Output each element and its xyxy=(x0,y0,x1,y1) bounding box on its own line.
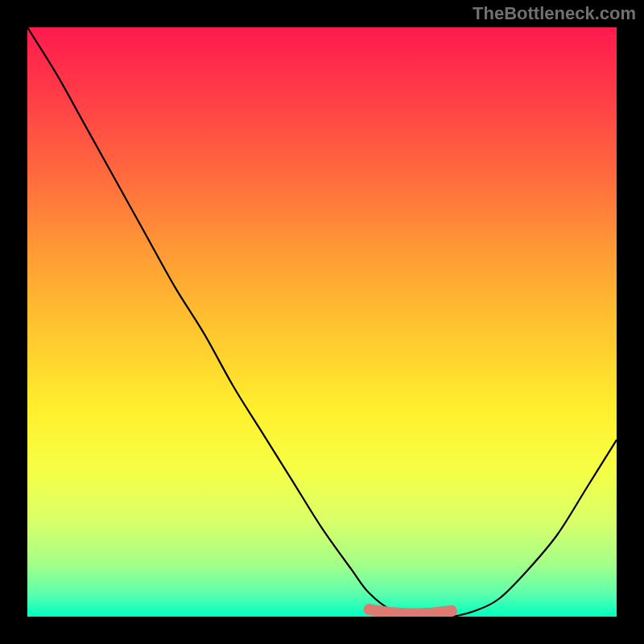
optimal-range-marker xyxy=(369,609,452,614)
bottleneck-curve xyxy=(27,27,617,617)
watermark-text: TheBottleneck.com xyxy=(473,3,636,24)
plot-area xyxy=(27,27,617,617)
chart-container: TheBottleneck.com xyxy=(0,0,644,644)
curve-svg xyxy=(27,27,617,617)
